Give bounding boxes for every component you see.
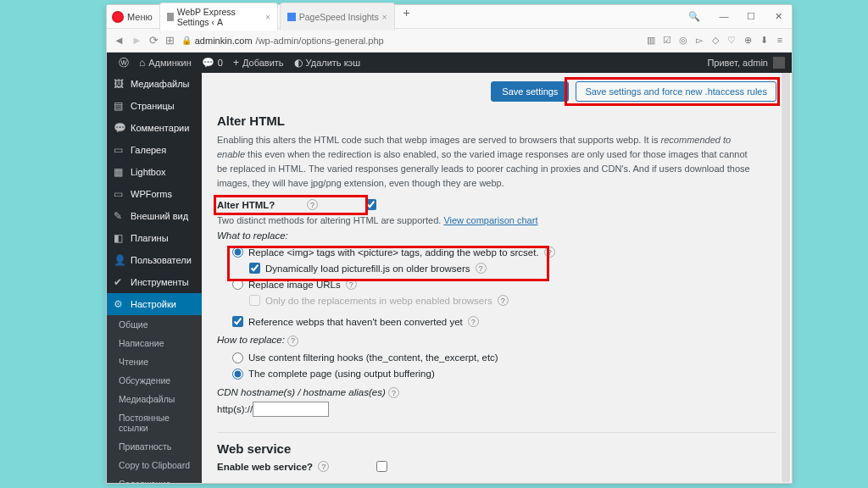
menu-icon[interactable]: ≡ <box>775 35 785 46</box>
sidebar-item-appearance[interactable]: ✎Внешний вид <box>107 205 202 227</box>
tab-title: PageSpeed Insights <box>299 12 379 22</box>
extension-icon[interactable]: ◎ <box>678 35 688 46</box>
replace-url-option[interactable]: Replace image URLs ? <box>217 276 776 292</box>
close-button[interactable]: ✕ <box>770 11 787 22</box>
sidebar-item-tools[interactable]: ✔Инструменты <box>107 271 202 293</box>
enable-ws-label: Enable web service? <box>217 462 313 472</box>
comparison-link[interactable]: View comparison chart <box>443 215 537 225</box>
close-icon[interactable]: × <box>382 13 387 22</box>
bookmark-icon[interactable]: ♡ <box>726 35 737 46</box>
help-icon[interactable]: ? <box>544 247 555 258</box>
help-icon[interactable]: ? <box>388 387 399 398</box>
replace-picture-radio[interactable] <box>232 247 243 258</box>
tab-active[interactable]: WebP Express Settings ‹ А × <box>159 3 278 30</box>
save-force-button[interactable]: Save settings and force new .htaccess ru… <box>576 81 776 102</box>
window-scrollbar[interactable] <box>781 53 791 482</box>
new-tab-button[interactable]: + <box>397 3 417 30</box>
option-label: Reference webps that haven't been conver… <box>248 317 463 327</box>
sub-item-copy[interactable]: Copy to Clipboard <box>107 456 202 474</box>
what-replace-block: What to replace: Replace <img> tags with… <box>217 230 776 330</box>
sidebar-item-gallery[interactable]: ▭Галерея <box>107 139 202 161</box>
cdn-prefix: http(s):// <box>217 404 253 414</box>
alter-html-row: Alter HTML? ? <box>217 199 776 210</box>
extension-icon[interactable]: ◇ <box>710 35 721 46</box>
comments-icon: 💬 <box>114 122 125 134</box>
wp-logo-button[interactable]: ⓦ <box>114 56 134 70</box>
minimize-button[interactable]: — <box>715 11 732 22</box>
tools-icon: ✔ <box>114 276 125 288</box>
add-new-button[interactable]: +Добавить <box>228 57 289 69</box>
extension-icon[interactable]: ▻ <box>694 35 704 46</box>
forward-button[interactable]: ► <box>131 34 142 47</box>
help-icon[interactable]: ? <box>287 336 298 347</box>
sidebar-item-media[interactable]: 🖼Медиафайлы <box>107 73 202 95</box>
sidebar-item-settings[interactable]: ⚙Настройки <box>107 293 202 315</box>
site-name-button[interactable]: ⌂Админкин <box>134 57 197 69</box>
save-button[interactable]: Save settings <box>491 81 569 102</box>
cdn-hostname-input[interactable] <box>253 402 329 417</box>
reference-webps-option[interactable]: Reference webps that haven't been conver… <box>217 313 776 330</box>
clear-cache-button[interactable]: ◐Удалить кэш <box>289 57 365 69</box>
scroll-thumb[interactable] <box>782 53 790 482</box>
sub-item-content[interactable]: Содержание <box>107 474 202 483</box>
desc-part: Enabling this alters the HTML code such … <box>217 135 661 145</box>
extension-icon[interactable]: ▥ <box>646 35 656 46</box>
sidebar-item-users[interactable]: 👤Пользователи <box>107 249 202 271</box>
back-button[interactable]: ◄ <box>114 34 125 47</box>
sidebar-item-pages[interactable]: ▤Страницы <box>107 95 202 117</box>
sub-item-privacy[interactable]: Приватность <box>107 437 202 456</box>
replace-picture-option[interactable]: Replace <img> tags with <picture> tags, … <box>217 244 776 260</box>
output-buffer-radio[interactable] <box>232 369 243 380</box>
comments-button[interactable]: 💬0 <box>197 57 228 69</box>
methods-label: Two distinct methods for altering HTML a… <box>217 215 443 225</box>
help-icon[interactable]: ? <box>318 461 329 472</box>
sub-item-discussion[interactable]: Обсуждение <box>107 371 202 390</box>
sub-item-reading[interactable]: Чтение <box>107 352 202 371</box>
picturefill-checkbox[interactable] <box>249 263 260 274</box>
wpforms-icon: ▭ <box>114 188 125 200</box>
close-icon[interactable]: × <box>265 13 270 22</box>
opera-menu-button[interactable]: Меню <box>112 11 153 23</box>
sidebar-item-comments[interactable]: 💬Комментарии <box>107 117 202 139</box>
extension-icon[interactable]: ⊕ <box>743 35 753 46</box>
url-field[interactable]: 🔒 adminkin.com/wp-admin/options-general.… <box>181 36 384 46</box>
output-buffer-option[interactable]: The complete page (using output bufferin… <box>217 366 776 382</box>
pages-icon: ▤ <box>114 100 125 112</box>
home-button[interactable]: ⊞ <box>165 34 175 47</box>
help-icon[interactable]: ? <box>346 279 357 290</box>
reload-button[interactable]: ⟳ <box>149 34 159 47</box>
help-icon[interactable]: ? <box>307 199 318 210</box>
extension-icon[interactable]: ☑ <box>662 35 672 46</box>
download-icon[interactable]: ⬇ <box>759 35 769 46</box>
picturefill-option[interactable]: Dynamically load picturefill.js on older… <box>217 260 776 276</box>
sub-item-media[interactable]: Медиафайлы <box>107 390 202 408</box>
replace-url-radio[interactable] <box>232 279 243 290</box>
content-area: Save settings Save settings and force ne… <box>202 53 792 483</box>
maximize-button[interactable]: ☐ <box>743 11 760 22</box>
sidebar-item-label: Страницы <box>131 101 175 111</box>
sidebar-item-plugins[interactable]: ◧Плагины <box>107 227 202 249</box>
titlebar: Меню WebP Express Settings ‹ А × PageSpe… <box>107 5 792 29</box>
avatar[interactable] <box>773 57 785 69</box>
tab-inactive[interactable]: PageSpeed Insights × <box>280 3 395 30</box>
enable-ws-checkbox[interactable] <box>376 461 387 472</box>
search-icon[interactable]: 🔍 <box>688 11 700 22</box>
sub-item-permalinks[interactable]: Постоянные ссылки <box>107 408 202 437</box>
help-icon[interactable]: ? <box>468 316 479 327</box>
help-icon[interactable]: ? <box>476 263 487 274</box>
sub-item-general[interactable]: Общие <box>107 315 202 334</box>
help-icon[interactable]: ? <box>498 295 509 306</box>
wordpress-icon: ⓦ <box>119 56 129 70</box>
sidebar-item-label: Внешний вид <box>131 211 188 221</box>
tab-strip: WebP Express Settings ‹ А × PageSpeed In… <box>159 3 417 30</box>
sidebar-item-label: Инструменты <box>131 277 189 287</box>
site-name-label: Админкин <box>148 58 192 68</box>
reference-webps-checkbox[interactable] <box>232 316 243 327</box>
sidebar-item-lightbox[interactable]: ▦Lightbox <box>107 161 202 183</box>
sidebar-item-wpforms[interactable]: ▭WPForms <box>107 183 202 205</box>
content-hooks-option[interactable]: Use content filtering hooks (the_content… <box>217 350 776 366</box>
alter-html-checkbox[interactable] <box>365 199 376 210</box>
sub-item-writing[interactable]: Написание <box>107 334 202 352</box>
content-hooks-radio[interactable] <box>232 352 243 363</box>
how-replace-block: How to replace: ? Use content filtering … <box>217 335 776 382</box>
